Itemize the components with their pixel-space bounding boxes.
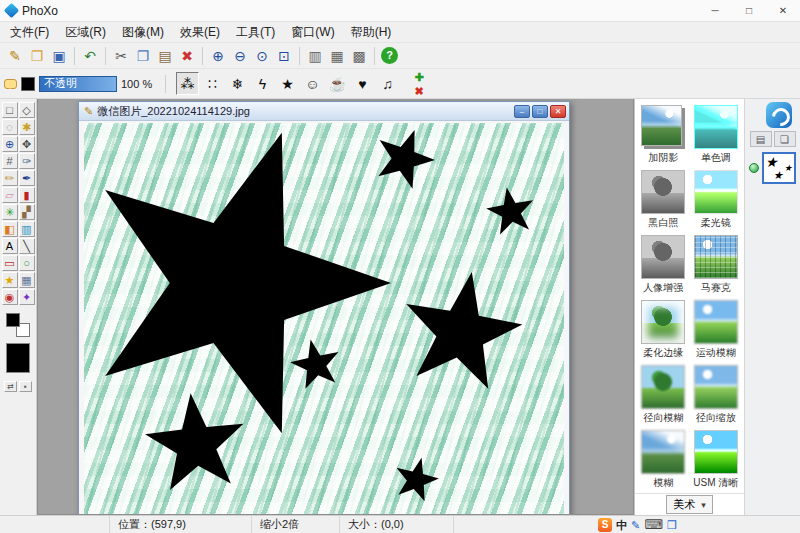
browse-button[interactable]: ▩ — [348, 45, 370, 67]
filter-blur-thumbnail[interactable] — [641, 430, 685, 474]
doc-minimize-button[interactable]: – — [514, 105, 530, 118]
stamp-heart[interactable]: ♥ — [351, 72, 374, 95]
ime-toolbox-icon[interactable]: ❒ — [667, 518, 677, 532]
filter-soft-light[interactable]: 柔光镜 — [690, 170, 743, 230]
canvas[interactable] — [84, 123, 564, 515]
filter-monotone[interactable]: 单色调 — [690, 105, 743, 165]
stamp-cup[interactable]: ☕ — [326, 72, 349, 95]
minimize-button[interactable]: ─ — [698, 0, 732, 21]
filter-soften-edge-thumbnail[interactable] — [641, 300, 685, 344]
stamp-snowflake[interactable]: ❄ — [226, 72, 249, 95]
remove-stamp-button[interactable]: ✖ — [411, 84, 427, 97]
filter-blur[interactable]: 模糊 — [637, 430, 690, 490]
stamp-star[interactable]: ★ — [276, 72, 299, 95]
add-stamp-button[interactable]: ✚ — [411, 70, 427, 83]
stamp-color-swatch[interactable] — [21, 77, 35, 91]
filter-mosaic-thumbnail[interactable] — [694, 235, 738, 279]
filter-black-white[interactable]: 黑白照 — [637, 170, 690, 230]
filter-mosaic[interactable]: 马赛克 — [690, 235, 743, 295]
zoom-in-button[interactable]: ⊕ — [207, 45, 229, 67]
zoom-actual-button[interactable]: ⊙ — [251, 45, 273, 67]
paste-button[interactable]: ▤ — [154, 45, 176, 67]
fill-tool[interactable]: ◧ — [2, 221, 18, 237]
stamp-lightning[interactable]: ϟ — [251, 72, 274, 95]
menu-effect[interactable]: 效果(E) — [172, 22, 228, 43]
stamp-music[interactable]: ♫ — [376, 72, 399, 95]
tool-options-bubble-icon[interactable] — [4, 79, 17, 89]
title-bar[interactable]: PhoXo ─□✕ — [0, 0, 800, 22]
spray-tool[interactable]: ✳ — [2, 204, 18, 220]
stamp-footprints[interactable]: ⁂ — [176, 72, 199, 95]
maximize-button[interactable]: □ — [732, 0, 766, 21]
help-button[interactable]: ? — [381, 47, 398, 64]
cut-button[interactable]: ✂ — [110, 45, 132, 67]
close-button[interactable]: ✕ — [766, 0, 800, 21]
shape-ellipse-tool[interactable]: ○ — [19, 255, 35, 271]
line-tool[interactable]: ╲ — [19, 238, 35, 254]
copy-button[interactable]: ❐ — [132, 45, 154, 67]
filter-monotone-thumbnail[interactable] — [694, 105, 738, 149]
menu-help[interactable]: 帮助(H) — [343, 22, 400, 43]
mosaic-tool[interactable]: ▦ — [19, 272, 35, 288]
shape-star-tool[interactable]: ★ — [2, 272, 18, 288]
delete-button[interactable]: ✖ — [176, 45, 198, 67]
filter-radial-blur[interactable]: 径向模糊 — [637, 365, 690, 425]
grid-button[interactable]: ▦ — [326, 45, 348, 67]
swap-colors-button[interactable]: ⇄ — [4, 381, 17, 392]
filter-soft-light-thumbnail[interactable] — [694, 170, 738, 214]
filter-category-select[interactable]: 美术 ▾ — [666, 495, 713, 514]
menu-tool[interactable]: 工具(T) — [228, 22, 283, 43]
filter-radial-zoom[interactable]: 径向缩放 — [690, 365, 743, 425]
effect-brush-tool[interactable]: ✦ — [19, 289, 35, 305]
zoom-fit-button[interactable]: ⊡ — [273, 45, 295, 67]
filter-radial-blur-thumbnail[interactable] — [641, 365, 685, 409]
open-button[interactable]: ❐ — [26, 45, 48, 67]
layer-thumbnail[interactable]: ★★★ — [762, 152, 796, 184]
eyedropper-tool[interactable]: ✑ — [19, 153, 35, 169]
zoom-tool[interactable]: ⊕ — [2, 136, 18, 152]
filter-radial-zoom-thumbnail[interactable] — [694, 365, 738, 409]
rail-tab-preview[interactable]: ❏ — [774, 131, 796, 147]
filter-black-white-thumbnail[interactable] — [641, 170, 685, 214]
canvas-size-button[interactable]: ▥ — [304, 45, 326, 67]
text-tool[interactable]: A — [2, 238, 18, 254]
rail-tab-layers[interactable]: ▤ — [750, 131, 772, 147]
filter-motion-blur[interactable]: 运动模糊 — [690, 300, 743, 360]
doc-maximize-button[interactable]: □ — [532, 105, 548, 118]
current-color-swatch[interactable] — [6, 343, 30, 373]
brush-tool[interactable]: ▮ — [19, 187, 35, 203]
opacity-slider[interactable]: 不透明 — [39, 76, 117, 92]
filter-add-shadow-thumbnail[interactable] — [641, 105, 682, 146]
filter-portrait-enhance[interactable]: 人像增强 — [637, 235, 690, 295]
undo-button[interactable]: ↶ — [79, 45, 101, 67]
stamp-smiley[interactable]: ☺ — [301, 72, 324, 95]
filter-soften-edge[interactable]: 柔化边缘 — [637, 300, 690, 360]
layer-item[interactable]: ★★★ — [749, 152, 796, 184]
filter-portrait-enhance-thumbnail[interactable] — [641, 235, 685, 279]
menu-window[interactable]: 窗口(W) — [283, 22, 342, 43]
clone-stamp-tool[interactable]: ▞ — [19, 204, 35, 220]
reset-colors-button[interactable]: ▪ — [19, 381, 32, 392]
filter-usm-sharpen[interactable]: USM 清晰 — [690, 430, 743, 490]
ime-mode[interactable]: 中 — [616, 518, 627, 532]
crop-tool[interactable]: # — [2, 153, 18, 169]
stamp-paw-prints[interactable]: ∷ — [201, 72, 224, 95]
select-polygon-tool[interactable]: ◇ — [19, 102, 35, 118]
eraser-tool[interactable]: ▱ — [2, 187, 18, 203]
menu-region[interactable]: 区域(R) — [57, 22, 114, 43]
pencil-tool[interactable]: ✏ — [2, 170, 18, 186]
move-tool[interactable]: ✥ — [19, 136, 35, 152]
zoom-out-button[interactable]: ⊖ — [229, 45, 251, 67]
filter-usm-sharpen-thumbnail[interactable] — [694, 430, 738, 474]
filter-motion-blur-thumbnail[interactable] — [694, 300, 738, 344]
layer-visibility-dot[interactable] — [749, 163, 759, 173]
shape-rect-tool[interactable]: ▭ — [2, 255, 18, 271]
foreground-color-swatch[interactable] — [6, 313, 20, 327]
select-rect-tool[interactable]: □ — [2, 102, 18, 118]
doc-close-button[interactable]: ✕ — [550, 105, 566, 118]
red-eye-tool[interactable]: ◉ — [2, 289, 18, 305]
pen-tool[interactable]: ✒ — [19, 170, 35, 186]
ime-keyboard-icon[interactable]: ⌨ — [644, 518, 663, 532]
new-button[interactable]: ✎ — [4, 45, 26, 67]
document-window[interactable]: ✎ 微信图片_20221024114129.jpg –□✕ — [78, 101, 570, 515]
